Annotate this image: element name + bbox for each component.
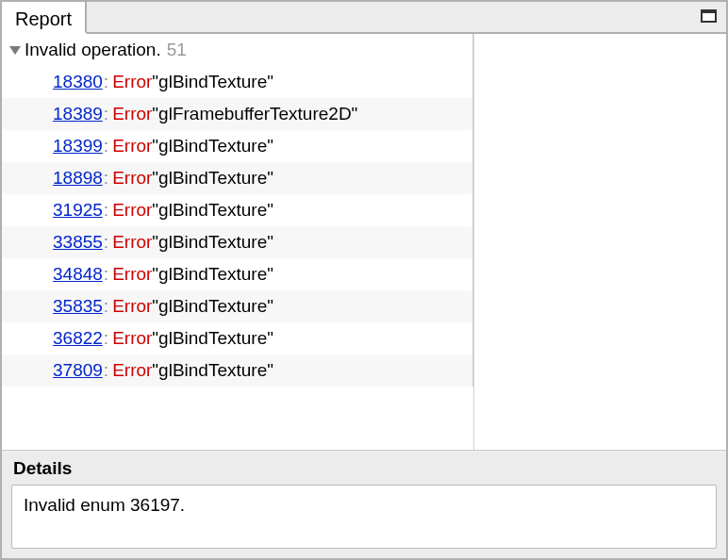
separator: : xyxy=(104,328,108,349)
separator: : xyxy=(104,296,108,317)
details-text: Invalid enum 36197. xyxy=(11,485,717,549)
error-id-link[interactable]: 33855 xyxy=(53,232,103,253)
error-label: Error xyxy=(112,296,152,317)
error-function: "glBindTexture" xyxy=(152,136,273,156)
details-pane: Details Invalid enum 36197. xyxy=(2,450,726,558)
error-row[interactable]: 33855:Error "glBindTexture" xyxy=(2,226,473,258)
separator: : xyxy=(104,72,108,92)
error-id-link[interactable]: 18898 xyxy=(53,168,103,189)
separator: : xyxy=(104,200,108,221)
disclosure-triangle-icon[interactable] xyxy=(9,46,21,55)
error-label: Error xyxy=(112,360,152,381)
error-id-link[interactable]: 34848 xyxy=(53,264,103,285)
error-function: "glBindTexture" xyxy=(152,360,273,381)
error-id-link[interactable]: 36822 xyxy=(53,328,103,349)
error-function: "glBindTexture" xyxy=(152,72,273,92)
error-row[interactable]: 37809:Error "glBindTexture" xyxy=(2,354,473,387)
error-row[interactable]: 18389:Error "glFramebufferTexture2D" xyxy=(2,98,473,130)
tab-report-label: Report xyxy=(15,8,72,30)
report-grid: Invalid operation. 51 18380:Error "glBin… xyxy=(2,34,726,450)
error-function: "glBindTexture" xyxy=(152,264,273,285)
error-row[interactable]: 18898:Error "glBindTexture" xyxy=(2,162,473,194)
error-function: "glFramebufferTexture2D" xyxy=(152,104,357,124)
error-function: "glBindTexture" xyxy=(152,168,273,189)
error-id-link[interactable]: 35835 xyxy=(53,296,103,317)
tab-report[interactable]: Report xyxy=(2,2,87,34)
error-function: "glBindTexture" xyxy=(152,200,273,221)
error-id-link[interactable]: 18389 xyxy=(53,104,103,124)
error-label: Error xyxy=(112,232,152,253)
error-row[interactable]: 36822:Error "glBindTexture" xyxy=(2,322,473,354)
separator: : xyxy=(104,232,108,253)
error-row[interactable]: 18399:Error "glBindTexture" xyxy=(2,130,473,162)
tabbar-spacer xyxy=(87,2,701,32)
tabbar: Report xyxy=(2,2,726,34)
group-row[interactable]: Invalid operation. 51 xyxy=(2,34,473,66)
error-function: "glBindTexture" xyxy=(152,328,273,349)
error-label: Error xyxy=(112,200,152,221)
report-panel: Report Invalid operation. 51 18380:Error… xyxy=(0,0,728,560)
error-function: "glBindTexture" xyxy=(152,232,273,253)
separator: : xyxy=(104,360,108,381)
error-label: Error xyxy=(112,264,152,285)
error-label: Error xyxy=(112,104,152,124)
group-label: Invalid operation. xyxy=(25,40,161,60)
error-row[interactable]: 18380:Error "glBindTexture" xyxy=(2,66,473,98)
details-title: Details xyxy=(13,458,717,479)
error-id-link[interactable]: 18399 xyxy=(53,136,103,156)
column-divider xyxy=(473,34,474,450)
error-label: Error xyxy=(112,168,152,189)
error-function: "glBindTexture" xyxy=(152,296,273,317)
separator: : xyxy=(104,136,108,156)
error-id-link[interactable]: 18380 xyxy=(53,72,103,92)
error-id-link[interactable]: 37809 xyxy=(53,360,103,381)
maximize-icon[interactable] xyxy=(701,9,717,23)
error-id-link[interactable]: 31925 xyxy=(53,200,103,221)
error-label: Error xyxy=(112,72,152,92)
separator: : xyxy=(104,264,108,285)
error-label: Error xyxy=(112,136,152,156)
separator: : xyxy=(104,104,108,124)
separator: : xyxy=(104,168,108,189)
group-count: 51 xyxy=(167,40,187,60)
error-row[interactable]: 34848:Error "glBindTexture" xyxy=(2,258,473,290)
error-label: Error xyxy=(112,328,152,349)
error-row[interactable]: 35835:Error "glBindTexture" xyxy=(2,290,473,322)
error-row[interactable]: 31925:Error "glBindTexture" xyxy=(2,194,473,226)
